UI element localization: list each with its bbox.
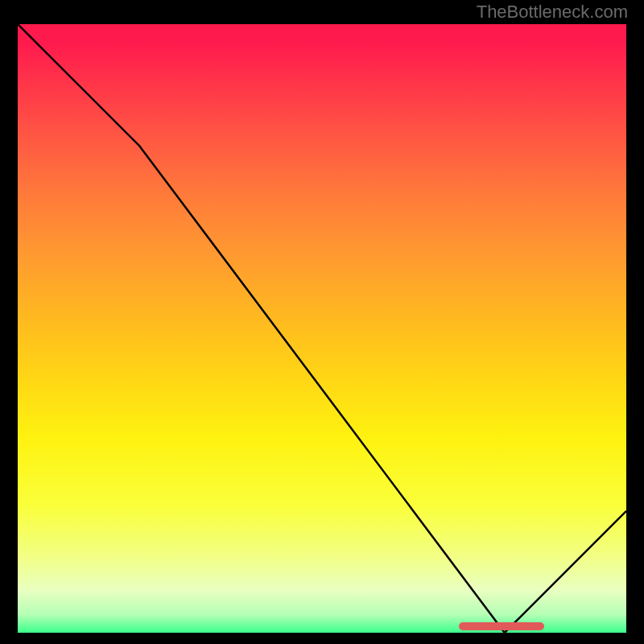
attribution-text: TheBottleneck.com: [0, 0, 644, 24]
bottleneck-curve: [18, 24, 626, 633]
optimal-marker: [459, 622, 544, 630]
chart-area: [18, 24, 626, 633]
